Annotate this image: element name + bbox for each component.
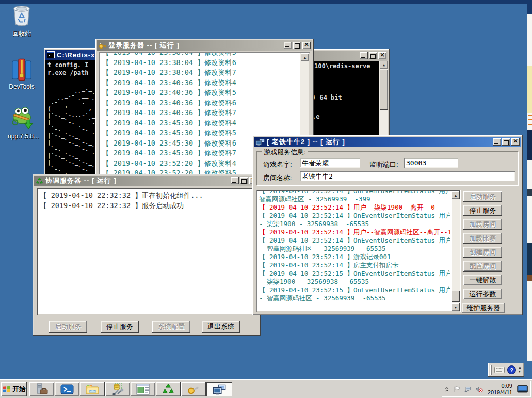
log-entry: 【 2019-04-10 23:38:04 】修改资料7 (102, 68, 299, 78)
show-desktop-icon[interactable] (517, 383, 528, 395)
minimize-button[interactable] (360, 52, 368, 59)
network-status-icon[interactable] (464, 385, 471, 393)
powershell-icon (60, 384, 74, 395)
right-edge-sliver-orange-dash-1 (528, 115, 532, 116)
taskbar-button-server-manager[interactable] (29, 382, 54, 396)
log-entry: 【 2019-04-10 23:38:04 】修改资料5 (102, 53, 299, 58)
scroll-thumb[interactable] (380, 70, 388, 110)
game-action-button[interactable]: 运行参数 (463, 289, 502, 299)
scroll-up-button[interactable] (301, 53, 309, 61)
coord-action-button[interactable]: 停止服务 (101, 321, 139, 333)
command-prompt-icon (47, 51, 55, 58)
notepad-plus-icon (9, 106, 37, 131)
taskbar-button-powershell[interactable] (55, 382, 79, 396)
right-edge-sliver-dark-top (527, 0, 532, 14)
game-action-button[interactable]: 创建房间 (463, 247, 502, 258)
game-action-button[interactable]: 停止服务 (463, 205, 502, 216)
language-bar-grip[interactable] (490, 365, 492, 375)
maximize-button[interactable] (369, 52, 377, 59)
close-button[interactable] (302, 42, 311, 49)
windows-logo-icon (2, 386, 11, 393)
recycle-arrows-icon (162, 383, 174, 395)
taskbar-button-file-explorer[interactable] (80, 382, 105, 396)
login-window-title: 登录服务器 -- [ 运行 ] (108, 41, 282, 50)
help-icon[interactable]: ? (507, 365, 516, 374)
right-edge-sliver-orange-dash-2 (528, 119, 532, 120)
game-action-button[interactable]: 加载房间 (463, 219, 502, 230)
start-button-label: 开始 (12, 385, 26, 394)
log-entry: 【 2019-04-10 23:45:30 】修改资料4 (102, 118, 299, 129)
console-right-line-1: 100\redis-serve (314, 62, 370, 70)
desktop-icon-recycle-bin[interactable]: 回收站 (1, 3, 42, 38)
right-edge-sliver-photo-brown (527, 275, 532, 281)
game-server-window: [ 老铁牛牛2 ] -- [ 运行 ] 游戏服务信息: 游戏名字: 监听端口: … (252, 135, 523, 315)
log-entry: 【 2019-04-10 23:40:36 】修改资料6 (102, 98, 299, 108)
log-entry: 【 2019-04-10 23:40:36 】修改资料5 (102, 88, 299, 98)
log-entry: 【 2019-04-10 23:38:04 】修改资料6 (102, 58, 299, 68)
app-window-icon (136, 384, 150, 395)
desktop-icon-devtools[interactable]: DevTools (1, 58, 42, 90)
tray-clock[interactable]: 0:09 2019/4/11 (488, 383, 512, 396)
game-action-button[interactable]: 配置房间 (463, 261, 502, 272)
taskbar-button-login-server[interactable] (181, 382, 206, 396)
log-entry: 【 2019-04-10 23:40:36 】修改资料7 (102, 108, 299, 118)
notepad-plus-label: npp.7.5.8... (8, 133, 39, 140)
server-manager-icon (35, 383, 49, 395)
right-edge-sliver-icon (527, 189, 532, 196)
recycle-bin-label: 回收站 (12, 29, 31, 38)
game-action-button[interactable]: 维护服务器 (462, 303, 505, 313)
login-window-titlebar[interactable]: 登录服务器 -- [ 运行 ] (97, 40, 312, 51)
coord-action-button[interactable]: 启动服务 (49, 321, 87, 333)
right-edge-sliver-photo-2 (527, 243, 532, 275)
taskbar-button-game-server[interactable] (206, 382, 232, 396)
start-button[interactable]: 开始 (1, 382, 27, 396)
coordination-server-window: 协调服务器 -- [ 运行 ] 【 2019-04-10 22:32:32 】正… (33, 174, 261, 336)
tray-date: 2019/4/11 (488, 389, 512, 396)
log-entry: 【 2019-04-10 23:40:36 】修改资料4 (102, 78, 299, 88)
right-edge-sliver-photo-1 (527, 130, 532, 160)
game-action-button[interactable]: 启动服务 (463, 191, 502, 202)
key-icon (187, 383, 200, 395)
game-action-button[interactable]: 加载比赛 (463, 233, 502, 244)
recycle-bin-icon (11, 3, 33, 28)
chevron-expand-icon[interactable] (445, 386, 449, 393)
network-computers-icon (213, 384, 226, 395)
game-action-button[interactable]: 一键解散 (463, 275, 502, 285)
language-bar: ? ▪▾ (488, 363, 524, 377)
taskbar-button-app-window[interactable] (131, 382, 155, 396)
right-edge-sliver-yellow (527, 66, 532, 113)
top-edge-window-sliver (0, 0, 532, 4)
taskbar: 开始 (0, 379, 532, 398)
svg-text:?: ? (510, 367, 513, 373)
devtools-label: DevTools (9, 83, 34, 90)
coord-action-button[interactable]: 系统配置 (152, 321, 190, 333)
taskbar-button-database-tools[interactable] (105, 382, 130, 396)
volume-muted-icon[interactable] (476, 385, 483, 393)
desktop-icon-notepad-plus[interactable]: npp.7.5.8... (0, 106, 46, 140)
key-icon (99, 42, 106, 50)
folder-icon (86, 384, 100, 395)
taskbar-button-coord-server[interactable] (156, 382, 181, 396)
keyboard-icon[interactable] (494, 367, 505, 373)
tray-time: 0:09 (488, 383, 512, 389)
maximize-button[interactable] (293, 42, 301, 49)
language-bar-options[interactable]: ▪▾ (519, 367, 521, 373)
right-edge-sliver-line (527, 39, 532, 39)
scroll-up-button[interactable] (380, 61, 388, 69)
coord-action-button[interactable]: 退出系统 (202, 321, 240, 333)
database-tools-icon (111, 383, 124, 395)
minimize-button[interactable] (284, 42, 292, 49)
console-right-line-2: ) 64 bit (312, 94, 342, 102)
devtools-archive-icon (11, 58, 33, 82)
close-button[interactable] (378, 52, 386, 59)
system-tray: 0:09 2019/4/11 (442, 381, 531, 397)
flag-icon[interactable] (454, 385, 460, 393)
right-edge-sliver-orange-dash-3 (528, 124, 532, 125)
